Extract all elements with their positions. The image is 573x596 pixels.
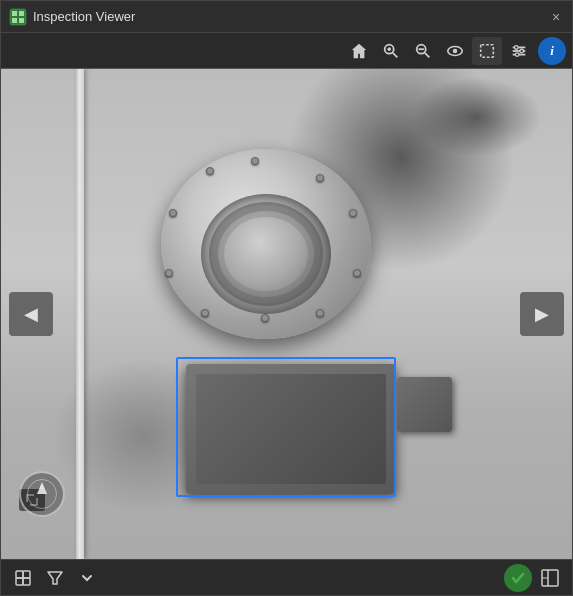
svg-line-11 (425, 52, 430, 57)
next-image-button[interactable]: ▶ (520, 292, 564, 336)
adjust-icon (510, 42, 528, 60)
bolt (349, 209, 357, 217)
compass (19, 471, 65, 517)
layers-icon (14, 569, 32, 587)
left-arrow-icon: ◀ (24, 303, 38, 325)
svg-rect-23 (16, 578, 23, 585)
bolt (169, 209, 177, 217)
app-icon (9, 8, 27, 26)
window-title: Inspection Viewer (33, 9, 548, 24)
visibility-button[interactable] (440, 37, 470, 65)
home-button[interactable] (344, 37, 374, 65)
compass-north-arrow (37, 482, 47, 494)
statusbar (1, 559, 572, 595)
compass-inner (27, 479, 57, 509)
eye-icon (446, 42, 464, 60)
zoom-in-icon (382, 42, 400, 60)
svg-point-13 (453, 48, 458, 53)
svg-rect-21 (16, 571, 23, 578)
info-icon: i (550, 43, 554, 59)
zoom-in-button[interactable] (376, 37, 406, 65)
bolt (165, 269, 173, 277)
bolt (206, 167, 214, 175)
select-button[interactable] (472, 37, 502, 65)
svg-rect-24 (23, 578, 30, 585)
pipe-element (76, 69, 84, 559)
equipment-inner-detail (201, 194, 331, 314)
home-icon (350, 42, 368, 60)
svg-rect-14 (481, 44, 494, 57)
svg-rect-3 (12, 18, 17, 23)
panel-icon (541, 569, 559, 587)
svg-point-18 (515, 45, 519, 49)
complete-indicator (504, 564, 532, 592)
toolbar: i (1, 33, 572, 69)
bolt (251, 157, 259, 165)
svg-line-8 (393, 52, 398, 57)
select-icon (478, 42, 496, 60)
image-viewer[interactable]: ◀ ▶ (1, 69, 572, 559)
svg-rect-22 (23, 571, 30, 578)
zoom-out-button[interactable] (408, 37, 438, 65)
bolt (353, 269, 361, 277)
svg-rect-4 (19, 18, 24, 23)
chevron-down-icon (81, 572, 93, 584)
filter-icon (47, 570, 63, 586)
equipment-box (397, 377, 452, 432)
bolt (261, 314, 269, 322)
inspection-viewer-window: Inspection Viewer × (0, 0, 573, 596)
previous-image-button[interactable]: ◀ (9, 292, 53, 336)
svg-point-19 (520, 49, 524, 53)
svg-rect-1 (12, 11, 17, 16)
checkmark-icon (510, 570, 526, 586)
filter-button[interactable] (41, 565, 69, 591)
equipment-base (186, 364, 396, 494)
panel-button[interactable] (536, 565, 564, 591)
bolt (316, 309, 324, 317)
zoom-out-icon (414, 42, 432, 60)
info-button[interactable]: i (538, 37, 566, 65)
layers-button[interactable] (9, 565, 37, 591)
titlebar: Inspection Viewer × (1, 1, 572, 33)
svg-marker-25 (48, 572, 62, 584)
svg-rect-2 (19, 11, 24, 16)
dropdown-button[interactable] (73, 565, 101, 591)
roof-stain (412, 77, 542, 157)
adjust-button[interactable] (504, 37, 534, 65)
svg-point-20 (515, 52, 519, 56)
right-arrow-icon: ▶ (535, 303, 549, 325)
close-button[interactable]: × (548, 9, 564, 25)
bolt (316, 174, 324, 182)
bolt (201, 309, 209, 317)
